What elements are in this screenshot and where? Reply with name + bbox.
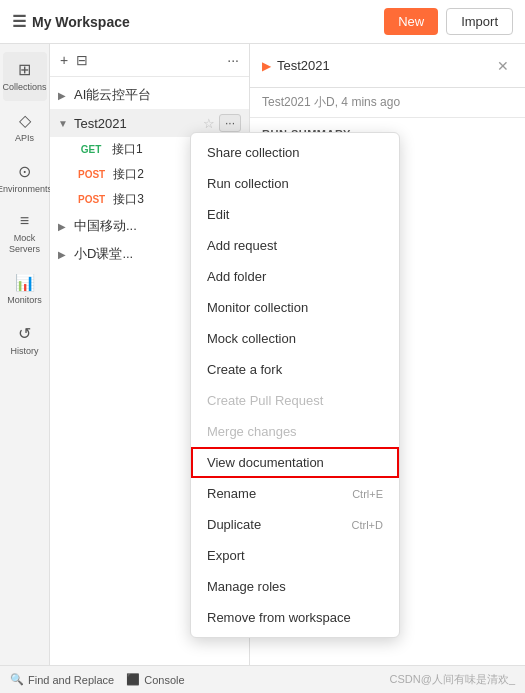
app-header: ☰ My Workspace New Import [0, 0, 525, 44]
sub-label-2: 接口2 [113, 166, 144, 183]
right-panel-header: ▶ Test2021 ✕ [250, 44, 525, 88]
main-area: ⊞ Collections ◇ APIs ⊙ Environments ≡ Mo… [0, 44, 525, 665]
method-post-badge-2: POST [74, 168, 109, 181]
sub-label-1: 接口1 [112, 141, 143, 158]
menu-icon[interactable]: ☰ [12, 12, 26, 31]
bottom-bar: 🔍 Find and Replace ⬛ Console CSDN@人间有味是清… [0, 665, 525, 693]
star-icon[interactable]: ☆ [203, 116, 215, 131]
rename-shortcut: Ctrl+E [352, 488, 383, 500]
menu-item-merge: Merge changes [191, 416, 399, 447]
sidebar-item-environments-label: Environments [0, 184, 52, 195]
collections-panel: + ⊟ ··· ▶ AI能云控平台 ▼ Test2021 ☆ ··· [50, 44, 250, 665]
toolbar-more-icon[interactable]: ··· [227, 52, 239, 68]
add-collection-icon[interactable]: + [60, 52, 68, 68]
sidebar-item-history[interactable]: ↺ History [3, 316, 47, 365]
find-replace-label: Find and Replace [28, 674, 114, 686]
menu-item-export[interactable]: Export [191, 540, 399, 571]
filter-icon[interactable]: ⊟ [76, 52, 88, 68]
sidebar-item-mock-servers-label: Mock Servers [7, 233, 43, 255]
tree-arrow-ai: ▶ [58, 90, 70, 101]
context-menu: Share collection Run collection Edit Add… [190, 132, 400, 638]
environments-icon: ⊙ [18, 162, 31, 181]
menu-item-duplicate[interactable]: Duplicate Ctrl+D [191, 509, 399, 540]
menu-item-pull-request: Create Pull Request [191, 385, 399, 416]
tab-play-icon: ▶ [262, 59, 271, 73]
menu-item-rename[interactable]: Rename Ctrl+E [191, 478, 399, 509]
mock-servers-icon: ≡ [20, 212, 29, 230]
test2021-icons: ☆ ··· [203, 114, 241, 132]
sidebar-item-monitors-label: Monitors [7, 295, 42, 306]
tab-name: Test2021 [277, 58, 330, 73]
sidebar-icons: ⊞ Collections ◇ APIs ⊙ Environments ≡ Mo… [0, 44, 50, 665]
menu-item-share[interactable]: Share collection [191, 137, 399, 168]
workspace-title: My Workspace [32, 14, 130, 30]
right-tab[interactable]: ▶ Test2021 [262, 58, 330, 73]
sidebar-item-history-label: History [10, 346, 38, 357]
sidebar-item-collections-label: Collections [2, 82, 46, 93]
collections-toolbar: + ⊟ ··· [50, 44, 249, 77]
workspace-title-area: ☰ My Workspace [12, 12, 130, 31]
tree-arrow-test2021: ▼ [58, 118, 70, 129]
menu-item-run[interactable]: Run collection [191, 168, 399, 199]
tree-label-test2021: Test2021 [74, 116, 199, 131]
find-replace-icon: 🔍 [10, 673, 24, 686]
monitors-icon: 📊 [15, 273, 35, 292]
menu-item-view-doc[interactable]: View documentation [191, 447, 399, 478]
sidebar-item-apis-label: APIs [15, 133, 34, 144]
sidebar-item-monitors[interactable]: 📊 Monitors [3, 265, 47, 314]
import-button[interactable]: Import [446, 8, 513, 35]
history-icon: ↺ [18, 324, 31, 343]
tree-label-ai: AI能云控平台 [74, 86, 241, 104]
find-replace-item[interactable]: 🔍 Find and Replace [10, 673, 114, 686]
sidebar-item-collections[interactable]: ⊞ Collections [3, 52, 47, 101]
right-panel-subtitle: Test2021 小D, 4 mins ago [250, 88, 525, 118]
collections-icon: ⊞ [18, 60, 31, 79]
duplicate-shortcut: Ctrl+D [352, 519, 383, 531]
new-button[interactable]: New [384, 8, 438, 35]
method-post-badge-3: POST [74, 193, 109, 206]
menu-item-monitor[interactable]: Monitor collection [191, 292, 399, 323]
sidebar-item-mock-servers[interactable]: ≡ Mock Servers [3, 204, 47, 263]
tree-arrow-mobile: ▶ [58, 221, 70, 232]
tree-item-ai-platform[interactable]: ▶ AI能云控平台 [50, 81, 249, 109]
menu-item-manage-roles[interactable]: Manage roles [191, 571, 399, 602]
console-label: Console [144, 674, 184, 686]
console-icon: ⬛ [126, 673, 140, 686]
sub-label-3: 接口3 [113, 191, 144, 208]
toolbar-left: + ⊟ [60, 52, 88, 68]
sidebar-item-apis[interactable]: ◇ APIs [3, 103, 47, 152]
menu-item-mock[interactable]: Mock collection [191, 323, 399, 354]
menu-item-fork[interactable]: Create a fork [191, 354, 399, 385]
menu-item-edit[interactable]: Edit [191, 199, 399, 230]
menu-item-add-request[interactable]: Add request [191, 230, 399, 261]
tree-arrow-xiaod: ▶ [58, 249, 70, 260]
sidebar-item-environments[interactable]: ⊙ Environments [3, 154, 47, 203]
menu-item-add-folder[interactable]: Add folder [191, 261, 399, 292]
console-item[interactable]: ⬛ Console [126, 673, 184, 686]
apis-icon: ◇ [19, 111, 31, 130]
close-tab-button[interactable]: ✕ [493, 56, 513, 76]
method-get-badge-1: GET [74, 143, 108, 156]
more-options-button[interactable]: ··· [219, 114, 241, 132]
header-actions: New Import [384, 8, 513, 35]
menu-item-remove[interactable]: Remove from workspace [191, 602, 399, 633]
watermark: CSDN@人间有味是清欢_ [390, 672, 515, 687]
